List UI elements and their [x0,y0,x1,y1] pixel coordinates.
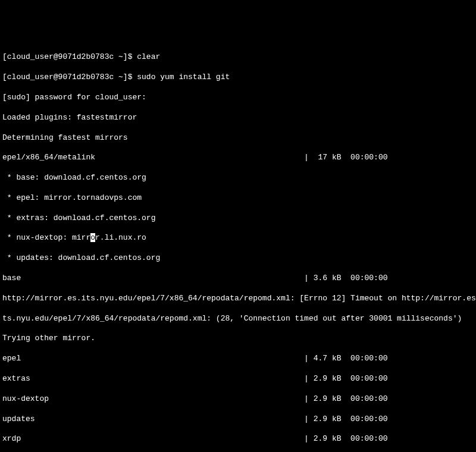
terminal-output[interactable]: [cloud_user@9071d2b0783c ~]$ clear [clou… [2,43,474,452]
shell-prompt: [cloud_user@9071d2b0783c ~]$ [2,52,137,61]
repo-nux-dextop: nux-dextop | 2.9 kB 00:00:00 [2,394,474,404]
repo-xrdp: xrdp | 2.9 kB 00:00:00 [2,434,474,444]
command-clear: clear [137,52,160,61]
repo-base: base | 3.6 kB 00:00:00 [2,274,474,284]
cursor-highlight: o [90,233,95,242]
error-line: http://mirror.es.its.nyu.edu/epel/7/x86_… [2,294,474,304]
sudo-password-prompt: [sudo] password for cloud_user: [2,93,474,103]
repo-extras: extras | 2.9 kB 00:00:00 [2,374,474,384]
mirror-extras: * extras: download.cf.centos.org [2,214,474,224]
prompt-line-1: [cloud_user@9071d2b0783c ~]$ clear [2,52,474,62]
output-line: epel/x86_64/metalink | 17 kB 00:00:00 [2,153,474,163]
output-line: Determining fastest mirrors [2,133,474,143]
prompt-line-2: [cloud_user@9071d2b0783c ~]$ sudo yum in… [2,73,474,83]
mirror-updates: * updates: download.cf.centos.org [2,253,474,263]
command-yum-install: sudo yum install git [137,73,230,81]
shell-prompt: [cloud_user@9071d2b0783c ~]$ [2,73,137,81]
repo-updates: updates | 2.9 kB 00:00:00 [2,415,474,425]
mirror-epel: * epel: mirror.tornadovps.com [2,193,474,203]
output-line: Trying other mirror. [2,334,474,344]
mirror-base: * base: download.cf.centos.org [2,173,474,183]
repo-epel: epel | 4.7 kB 00:00:00 [2,354,474,364]
mirror-nux-dextop: * nux-dextop: mirror.li.nux.ro [2,233,474,243]
output-line: Loaded plugins: fastestmirror [2,113,474,123]
error-line: ts.nyu.edu/epel/7/x86_64/repodata/repomd… [2,314,474,324]
